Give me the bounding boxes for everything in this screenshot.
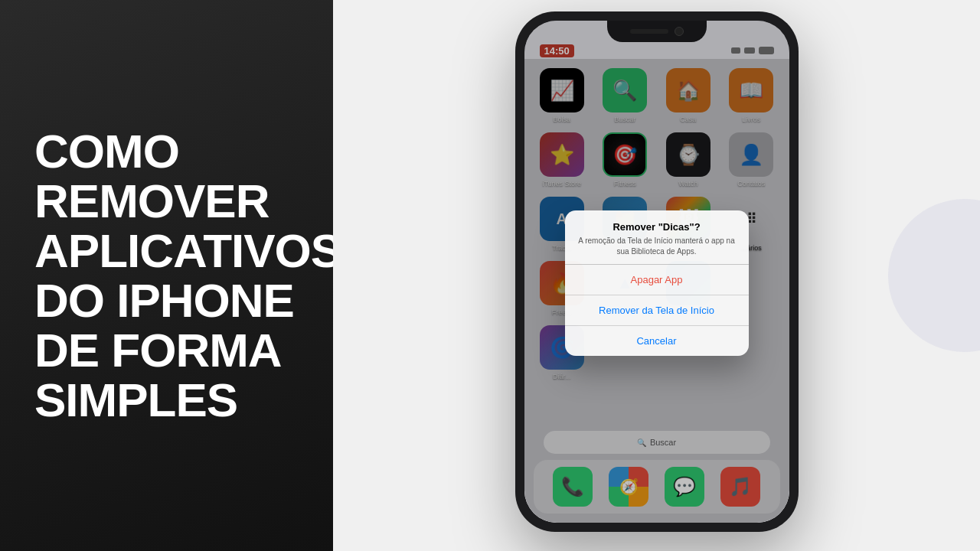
bg-circle [888, 199, 980, 352]
dialog-cancel-button[interactable]: Cancelar [565, 326, 749, 356]
phone-screen: 14:50 📈 Bolsa [524, 21, 789, 523]
left-panel: COMO REMOVER APLICATIVOS DO IPHONE DE FO… [0, 0, 333, 551]
dialog-remove-button[interactable]: Remover da Tela de Início [565, 295, 749, 326]
dialog-delete-button[interactable]: Apagar App [565, 265, 749, 295]
main-title: COMO REMOVER APLICATIVOS DO IPHONE DE FO… [34, 126, 341, 425]
phone-mockup: 14:50 📈 Bolsa [515, 11, 799, 532]
dialog-description: A remoção da Tela de Início manterá o ap… [577, 236, 737, 256]
dialog-header: Remover "Dicas"? A remoção da Tela de In… [565, 210, 749, 264]
dialog-box: Remover "Dicas"? A remoção da Tela de In… [565, 210, 749, 356]
phone-frame: 14:50 📈 Bolsa [515, 11, 799, 532]
dialog-overlay: Remover "Dicas"? A remoção da Tela de In… [524, 21, 789, 523]
dialog-title: Remover "Dicas"? [577, 221, 737, 233]
right-panel: 14:50 📈 Bolsa [333, 0, 980, 551]
